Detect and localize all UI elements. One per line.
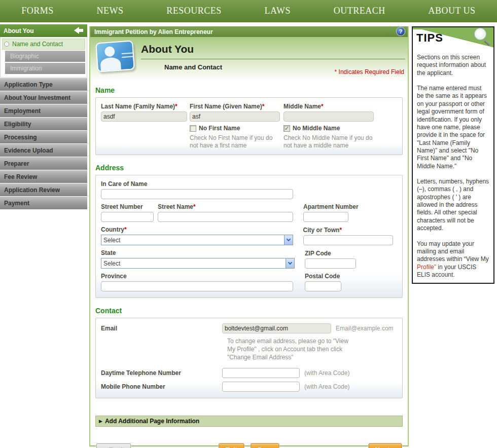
city-input[interactable] bbox=[303, 235, 393, 245]
back-button: < Back bbox=[96, 443, 131, 448]
sidebar-item-preparer[interactable]: Preparer bbox=[0, 157, 87, 170]
postal-code-label: Postal Code bbox=[305, 273, 341, 280]
mobile-phone-hint: (with Area Code) bbox=[304, 382, 349, 390]
no-middle-name-checkbox[interactable]: ✓ bbox=[283, 125, 290, 132]
daytime-phone-input[interactable] bbox=[222, 368, 300, 378]
last-name-input[interactable] bbox=[101, 111, 187, 122]
first-name-input[interactable] bbox=[190, 111, 280, 122]
save-button[interactable]: Save bbox=[251, 443, 279, 448]
in-care-of-label: In Care of Name bbox=[101, 180, 293, 188]
title-rule bbox=[141, 59, 405, 59]
middle-name-input[interactable] bbox=[283, 111, 374, 122]
sub-item-label: Name and Contact bbox=[12, 41, 63, 48]
mobile-phone-label: Mobile Phone Number bbox=[101, 382, 222, 390]
no-middle-name-label: No Middle Name bbox=[293, 125, 340, 132]
next-button[interactable]: Next > bbox=[369, 443, 402, 448]
form-content: Name Last Name (Family Name)* First Name… bbox=[90, 86, 408, 448]
state-label: State bbox=[101, 249, 295, 256]
tips-paragraph: Sections on this screen request informat… bbox=[417, 54, 489, 77]
button-row: < Back Exit Save Next > bbox=[95, 443, 403, 448]
page-subtitle: Name and Contact bbox=[164, 63, 222, 71]
country-select[interactable]: Select bbox=[101, 235, 293, 245]
daytime-phone-hint: (with Area Code) bbox=[304, 368, 349, 377]
sidebar-item-payment[interactable]: Payment bbox=[0, 197, 87, 209]
street-name-input[interactable] bbox=[158, 212, 293, 222]
postal-code-input[interactable] bbox=[305, 281, 341, 291]
no-first-name-hint: Check No First Name if you do not have a… bbox=[190, 134, 280, 150]
name-section-heading: Name bbox=[95, 86, 403, 94]
required-marker: * bbox=[175, 103, 178, 110]
nav-item-about-us[interactable]: ABOUT US bbox=[428, 6, 475, 16]
add-additional-info-expander[interactable]: ▶ Add Additional Page Information bbox=[95, 416, 403, 427]
street-number-label: Street Number bbox=[101, 203, 154, 210]
name-section-box: Last Name (Family Name)* First Name (Giv… bbox=[95, 97, 403, 155]
sidebar-item-application-review[interactable]: Application Review bbox=[0, 183, 87, 196]
email-format-hint: Email@example.com bbox=[336, 323, 394, 332]
form-title: Immigrant Petition by Alien Entrepreneur bbox=[94, 28, 213, 35]
tips-paragraph: The name entered must be the same as it … bbox=[417, 85, 489, 170]
sidebar-item-about-your-investment[interactable]: About Your Investment bbox=[0, 91, 87, 104]
required-marker: * bbox=[193, 203, 196, 210]
sidebar-group-label: About You bbox=[4, 27, 34, 34]
sidebar-item-evidence-upload[interactable]: Evidence Upload bbox=[0, 144, 87, 157]
required-marker: * bbox=[321, 103, 324, 110]
apartment-number-input[interactable] bbox=[303, 212, 348, 222]
mobile-phone-input[interactable] bbox=[222, 382, 300, 392]
sidebar-item-employment[interactable]: Employment bbox=[0, 104, 87, 117]
required-marker: * bbox=[339, 227, 342, 234]
email-change-note: To change email address, please go to "V… bbox=[227, 337, 349, 362]
sidebar-item-application-type[interactable]: Application Type bbox=[0, 78, 87, 91]
radio-icon bbox=[4, 42, 9, 47]
required-marker: * bbox=[124, 226, 127, 233]
contact-section-heading: Contact bbox=[95, 307, 403, 315]
exit-button[interactable]: Exit bbox=[219, 443, 244, 448]
sidebar-group-about-you[interactable]: About You bbox=[0, 24, 87, 37]
state-select-value: Select bbox=[103, 260, 120, 267]
form-titlebar: Immigrant Petition by Alien Entrepreneur… bbox=[90, 26, 408, 37]
zip-code-input[interactable] bbox=[305, 258, 356, 269]
email-input[interactable] bbox=[222, 323, 331, 333]
sidebar-subnav: Name and Contact Biographic Immigration bbox=[0, 37, 87, 78]
checkmark-icon: ✓ bbox=[285, 125, 289, 131]
street-number-input[interactable] bbox=[101, 212, 154, 222]
page-header: About You Name and Contact * Indicates R… bbox=[90, 37, 408, 80]
sub-item-label: Biographic bbox=[10, 53, 39, 60]
sidebar-item-processing[interactable]: Processing bbox=[0, 131, 87, 143]
tips-paragraph: You may update your mailing and email ad… bbox=[417, 240, 489, 279]
required-field-note: * Indicates Required Field bbox=[335, 68, 404, 76]
tips-header: TIPS bbox=[413, 27, 493, 50]
country-select-value: Select bbox=[103, 237, 120, 244]
no-first-name-checkbox[interactable] bbox=[190, 125, 196, 132]
sidebar-item-biographic: Biographic bbox=[5, 51, 85, 62]
profile-highlight: Profile” bbox=[417, 264, 436, 271]
country-label: Country* bbox=[101, 226, 293, 233]
daytime-phone-label: Daytime Telephone Number bbox=[101, 368, 222, 377]
nav-item-laws[interactable]: LAWS bbox=[264, 6, 291, 16]
top-navigation: FORMS NEWS RESOURCES LAWS OUTREACH ABOUT… bbox=[0, 0, 497, 22]
address-section-box: In Care of Name Street Number Street Nam… bbox=[95, 175, 403, 298]
province-input[interactable] bbox=[101, 281, 293, 291]
nav-item-news[interactable]: NEWS bbox=[97, 6, 124, 16]
zip-code-label: ZIP Code bbox=[305, 250, 356, 257]
city-label: City or Town* bbox=[303, 227, 393, 234]
province-label: Province bbox=[101, 273, 293, 280]
collapse-arrow-icon[interactable] bbox=[74, 27, 84, 34]
tips-title: TIPS bbox=[416, 31, 443, 45]
no-first-name-label: No First Name bbox=[199, 125, 240, 132]
required-marker: * bbox=[262, 103, 265, 110]
in-care-of-input[interactable] bbox=[101, 189, 293, 199]
nav-item-resources[interactable]: RESOURCES bbox=[166, 6, 222, 16]
nav-item-outreach[interactable]: OUTREACH bbox=[334, 6, 385, 16]
chevron-down-icon[interactable] bbox=[284, 235, 293, 245]
last-name-label: Last Name (Family Name)* bbox=[101, 103, 187, 110]
help-icon[interactable]: ? bbox=[397, 27, 405, 35]
sidebar-item-eligibility[interactable]: Eligibility bbox=[0, 118, 87, 130]
state-select[interactable]: Select bbox=[101, 258, 295, 269]
no-middle-name-hint: Check No Middle Name if you do not have … bbox=[283, 134, 374, 150]
sidebar-item-name-and-contact[interactable]: Name and Contact bbox=[2, 39, 85, 50]
sidebar-item-fee-review[interactable]: Fee Review bbox=[0, 170, 87, 183]
add-additional-info-label: Add Additional Page Information bbox=[105, 418, 199, 425]
applicant-card-icon bbox=[95, 41, 136, 76]
nav-item-forms[interactable]: FORMS bbox=[21, 6, 54, 16]
chevron-down-icon[interactable] bbox=[286, 258, 294, 268]
